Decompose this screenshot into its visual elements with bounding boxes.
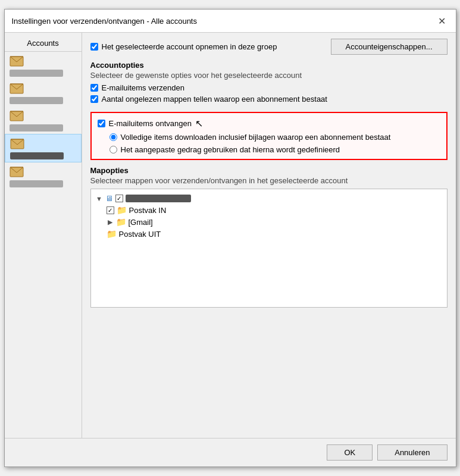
account-icon-3: [8, 109, 25, 123]
receive-email-label[interactable]: E-mailuitems ontvangen: [109, 119, 192, 128]
account-label-2: [10, 97, 63, 104]
gmail-label: [Gmail]: [129, 218, 153, 227]
map-options-subtitle: Selecteer mappen voor verzenden/ontvange…: [90, 176, 448, 185]
send-email-checkbox[interactable]: [90, 84, 98, 92]
tree-row-root[interactable]: ▼ 🖥: [96, 193, 442, 204]
sidebar-item-account-1[interactable]: [5, 52, 82, 79]
sidebar-item-account-3[interactable]: [5, 107, 82, 134]
sidebar-item-account-4[interactable]: [5, 134, 82, 162]
account-label-3: [10, 124, 63, 131]
inbox-checkbox[interactable]: [107, 206, 114, 214]
radio-custom-behavior[interactable]: [109, 146, 117, 154]
count-unread-checkbox[interactable]: [90, 95, 98, 103]
sidebar-header: Accounts: [5, 35, 82, 52]
dialog: Instellingen voor verzenden/ontvangen - …: [4, 9, 456, 467]
top-row: Het geselecteerde account opnemen in dez…: [90, 39, 448, 55]
account-label-4: [10, 152, 64, 159]
account-options-title: Accountopties: [90, 61, 448, 70]
account-label-5: [10, 180, 63, 187]
bottom-bar: OK Annuleren: [5, 438, 456, 466]
cursor-indicator: ↖: [195, 118, 203, 129]
right-panel: Het geselecteerde account opnemen in dez…: [82, 33, 456, 438]
tree-row-inbox[interactable]: 📁 Postvak IN: [107, 204, 442, 216]
folder-tree: ▼ 🖥 📁 Postvak IN ▶ 📁: [90, 189, 448, 308]
title-bar: Instellingen voor verzenden/ontvangen - …: [5, 10, 456, 33]
sidebar-item-account-5[interactable]: [5, 162, 82, 190]
close-button[interactable]: ✕: [436, 14, 449, 27]
account-icon-4: [9, 137, 26, 151]
tree-row-gmail[interactable]: ▶ 📁 [Gmail]: [107, 216, 442, 228]
outbox-folder-icon: 📁: [107, 229, 117, 239]
expand-icon-root: ▼: [96, 195, 103, 202]
email-receive-header: E-mailuitems ontvangen ↖: [98, 118, 440, 129]
account-options-section: Accountopties Selecteer de gewenste opti…: [90, 61, 448, 106]
count-unread-label[interactable]: Aantal ongelezen mappen tellen waarop ee…: [102, 95, 327, 104]
radio-full-download[interactable]: [109, 133, 117, 141]
account-icon-5: [8, 165, 25, 179]
email-receive-section: E-mailuitems ontvangen ↖ Volledige items…: [90, 112, 448, 160]
content-area: Accounts: [5, 33, 456, 438]
map-options-title: Mapopties: [90, 166, 448, 175]
account-icon-2: [8, 82, 25, 96]
account-properties-button[interactable]: Accounteigenschappen...: [331, 39, 448, 55]
server-icon: 🖥: [105, 194, 113, 203]
option-row-send: E-mailuitems verzenden: [90, 83, 448, 92]
ok-button[interactable]: OK: [327, 444, 373, 461]
include-account-checkbox[interactable]: [90, 43, 98, 51]
cancel-button[interactable]: Annuleren: [377, 444, 447, 461]
outbox-label: Postvak UIT: [119, 230, 161, 239]
account-label-1: [10, 70, 63, 77]
tree-row-outbox[interactable]: 📁 Postvak UIT: [107, 228, 442, 240]
include-account-label[interactable]: Het geselecteerde account opnemen in dez…: [102, 42, 277, 51]
account-icon-1: [8, 54, 25, 68]
top-row-left: Het geselecteerde account opnemen in dez…: [90, 42, 277, 51]
map-options-section: Mapopties Selecteer mappen voor verzende…: [90, 166, 448, 308]
gmail-folder-icon: 📁: [116, 217, 126, 227]
account-options-subtitle: Selecteer de gewenste opties voor het ge…: [90, 71, 448, 80]
radio-custom-behavior-label[interactable]: Het aangepaste gedrag gebruiken dat hier…: [121, 145, 340, 154]
radio-full-download-label[interactable]: Volledige items downloaden inclusief bij…: [121, 133, 391, 142]
dialog-title: Instellingen voor verzenden/ontvangen - …: [12, 17, 197, 26]
send-email-label[interactable]: E-mailuitems verzenden: [102, 83, 184, 92]
sidebar: Accounts: [5, 33, 82, 438]
sidebar-item-account-2[interactable]: [5, 79, 82, 107]
expand-icon-gmail: ▶: [107, 218, 114, 226]
radio-option-full: Volledige items downloaden inclusief bij…: [109, 133, 440, 142]
root-checkbox[interactable]: [115, 195, 123, 202]
inbox-folder-icon: 📁: [117, 205, 127, 215]
root-account-name: [126, 195, 191, 202]
inbox-label: Postvak IN: [129, 206, 167, 215]
radio-option-custom: Het aangepaste gedrag gebruiken dat hier…: [109, 145, 440, 154]
option-row-count: Aantal ongelezen mappen tellen waarop ee…: [90, 95, 448, 104]
receive-email-checkbox[interactable]: [98, 120, 105, 127]
